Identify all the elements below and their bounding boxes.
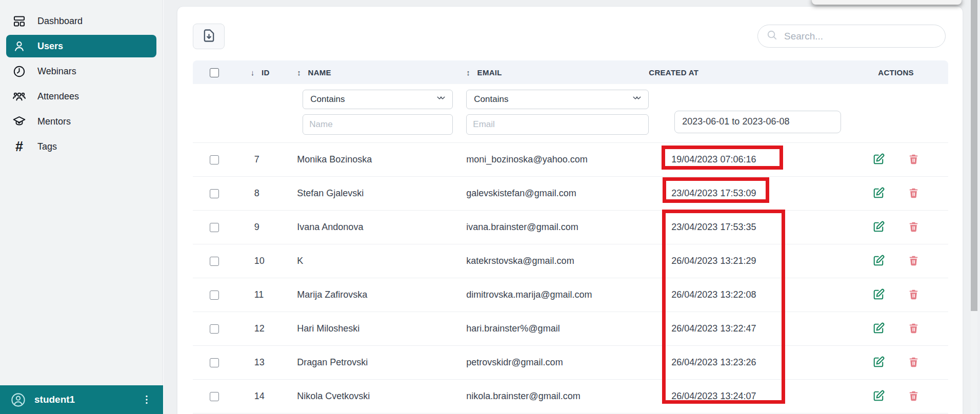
people-icon [12, 90, 26, 104]
user-bar: student1 [0, 385, 163, 414]
trash-icon [908, 221, 919, 234]
delete-button[interactable] [907, 153, 920, 167]
edit-button[interactable] [872, 221, 885, 234]
sidebar-item-dashboard[interactable]: Dashboard [6, 10, 156, 32]
trash-icon [908, 255, 919, 268]
logged-in-user: student1 [34, 394, 75, 405]
cell-created-at: 23/04/2023 17:53:09 [649, 177, 844, 211]
sidebar-item-mentors[interactable]: Mentors [6, 110, 156, 133]
email-filter-input[interactable] [466, 114, 649, 135]
cell-id: 9 [224, 211, 297, 244]
person-circle-icon [10, 392, 26, 408]
edit-button[interactable] [872, 390, 885, 403]
row-checkbox[interactable] [210, 257, 219, 266]
cell-id: 12 [224, 312, 297, 346]
trash-icon [908, 153, 919, 167]
name-filter-input[interactable] [303, 114, 453, 135]
delete-button[interactable] [907, 322, 920, 336]
cell-email: nikola.brainster@gmail.com [466, 380, 649, 413]
trash-icon [908, 322, 919, 336]
row-checkbox[interactable] [210, 358, 219, 367]
email-filter-operator-select[interactable]: Contains [466, 90, 649, 109]
main-content: ↓ ID ↕ NAME ↕ EMAIL CREATED AT [164, 0, 980, 414]
filter-row: Contains [193, 84, 948, 143]
search-icon [766, 29, 778, 43]
cell-created-at: 26/04/2023 13:24:07 [649, 380, 844, 413]
table-row: 13 Dragan Petrovski petrovskidr@gmail.co… [193, 346, 948, 380]
delete-button[interactable] [907, 356, 920, 369]
row-checkbox[interactable] [210, 155, 219, 164]
edit-icon [872, 153, 885, 167]
cell-email: hari.brainster%@gmail [466, 312, 649, 346]
delete-button[interactable] [907, 288, 920, 302]
name-filter-operator-select[interactable]: Contains [303, 90, 453, 109]
cell-email: petrovskidr@gmail.com [466, 346, 649, 380]
sidebar-item-tags[interactable]: # Tags [6, 135, 156, 158]
table-row: 12 Hari Milosheski hari.brainster%@gmail… [193, 312, 948, 346]
sidebar-item-webinars[interactable]: Webinars [6, 60, 156, 82]
user-icon [12, 39, 26, 53]
sort-desc-icon[interactable]: ↓ [251, 68, 255, 77]
row-checkbox[interactable] [210, 189, 219, 198]
partial-offscreen-element [812, 0, 962, 5]
edit-icon [872, 389, 885, 404]
cell-created-at: 26/04/2023 13:21:29 [649, 244, 844, 278]
delete-button[interactable] [907, 221, 920, 234]
clock-icon [12, 65, 26, 78]
column-header-name[interactable]: NAME [308, 68, 331, 77]
cell-id: 13 [224, 346, 297, 380]
cell-name: Nikola Cvetkovski [297, 380, 466, 413]
cell-created-at: 23/04/2023 17:53:35 [649, 211, 844, 244]
row-checkbox[interactable] [210, 223, 219, 232]
column-header-id[interactable]: ID [262, 68, 270, 77]
sidebar-item-users[interactable]: Users [6, 35, 156, 57]
row-checkbox[interactable] [210, 392, 219, 401]
cell-email: ivana.brainster@gmail.com [466, 211, 649, 244]
date-range-filter-input[interactable] [674, 111, 841, 133]
table-row: 14 Nikola Cvetkovski nikola.brainster@gm… [193, 380, 948, 413]
row-checkbox[interactable] [210, 291, 219, 300]
trash-icon [908, 390, 919, 403]
vertical-scrollbar [971, 0, 977, 414]
cell-id: 11 [224, 278, 297, 312]
content-card: ↓ ID ↕ NAME ↕ EMAIL CREATED AT [177, 6, 963, 414]
graduation-cap-icon [12, 115, 26, 129]
edit-button[interactable] [872, 153, 885, 167]
cell-name: Hari Milosheski [297, 312, 466, 346]
trash-icon [908, 187, 919, 200]
edit-icon [872, 254, 885, 268]
cell-id: 7 [224, 143, 297, 177]
column-header-email[interactable]: EMAIL [477, 68, 502, 77]
column-header-actions: ACTIONS [878, 68, 914, 77]
delete-button[interactable] [907, 255, 920, 268]
sidebar: Dashboard Users Webinars Attendees Mento… [0, 0, 163, 414]
kebab-menu-icon[interactable] [141, 394, 153, 406]
row-checkbox[interactable] [210, 324, 219, 334]
edit-button[interactable] [872, 356, 885, 369]
edit-button[interactable] [872, 187, 885, 200]
scrollbar-thumb[interactable] [971, 0, 977, 311]
delete-button[interactable] [907, 187, 920, 200]
sort-both-icon[interactable]: ↕ [466, 68, 470, 77]
edit-button[interactable] [872, 322, 885, 336]
edit-icon [872, 356, 885, 370]
app-window: Dashboard Users Webinars Attendees Mento… [0, 0, 980, 414]
select-all-checkbox[interactable] [210, 68, 219, 77]
table-row: 8 Stefan Gjalevski galevskistefan@gmail.… [193, 177, 948, 211]
double-chevron-down-icon [632, 94, 642, 105]
export-button[interactable] [193, 24, 225, 49]
column-header-created-at: CREATED AT [649, 68, 698, 77]
table-row: 7 Monika Bozinoska moni_bozinoska@yahoo.… [193, 143, 948, 177]
delete-button[interactable] [907, 390, 920, 403]
cell-email: dimitrovska.marija@gmail.com [466, 278, 649, 312]
cell-name: Stefan Gjalevski [297, 177, 466, 211]
double-chevron-down-icon [436, 94, 446, 105]
table-body: 7 Monika Bozinoska moni_bozinoska@yahoo.… [193, 143, 948, 413]
edit-button[interactable] [872, 255, 885, 268]
edit-button[interactable] [872, 288, 885, 302]
sort-both-icon[interactable]: ↕ [297, 68, 301, 77]
cell-email: galevskistefan@gmail.com [466, 177, 649, 211]
search-input[interactable] [783, 30, 937, 43]
trash-icon [908, 288, 919, 302]
sidebar-item-attendees[interactable]: Attendees [6, 85, 156, 108]
